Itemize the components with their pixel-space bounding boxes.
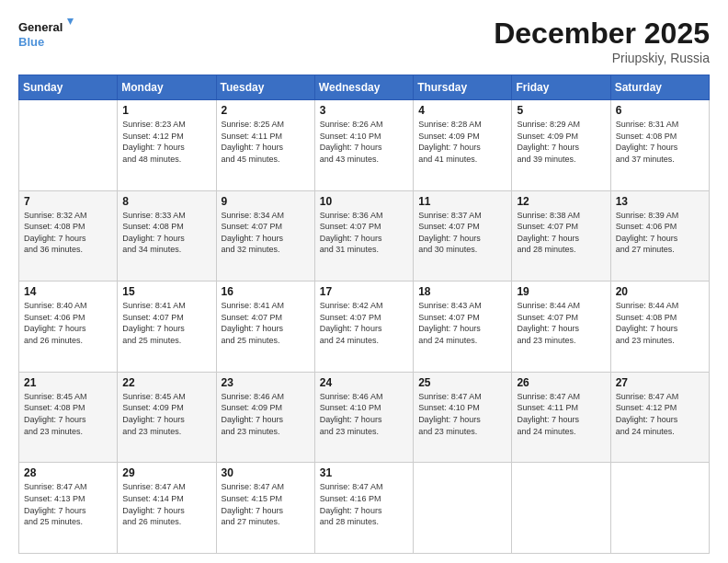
calendar-cell: 11Sunrise: 8:37 AM Sunset: 4:07 PM Dayli… [414,190,512,282]
calendar-cell: 30Sunrise: 8:47 AM Sunset: 4:15 PM Dayli… [216,463,314,554]
logo-svg: General Blue [18,17,74,52]
calendar-cell: 10Sunrise: 8:36 AM Sunset: 4:07 PM Dayli… [314,190,413,282]
cell-day-number: 30 [222,466,310,479]
cell-info: Sunrise: 8:33 AM Sunset: 4:08 PM Dayligh… [122,210,210,256]
week-row-4: 21Sunrise: 8:45 AM Sunset: 4:08 PM Dayli… [19,372,710,463]
cell-info: Sunrise: 8:47 AM Sunset: 4:11 PM Dayligh… [517,391,605,437]
calendar-cell: 2Sunrise: 8:25 AM Sunset: 4:11 PM Daylig… [216,100,314,191]
cell-day-number: 28 [24,466,112,479]
title-block: December 2025 Priupskiy, Russia [494,17,710,65]
calendar-cell: 15Sunrise: 8:41 AM Sunset: 4:07 PM Dayli… [118,282,216,373]
cell-day-number: 5 [517,104,605,117]
calendar-cell: 8Sunrise: 8:33 AM Sunset: 4:08 PM Daylig… [118,190,216,282]
cell-info: Sunrise: 8:47 AM Sunset: 4:13 PM Dayligh… [24,481,112,527]
cell-info: Sunrise: 8:25 AM Sunset: 4:11 PM Dayligh… [222,119,310,165]
col-header-friday: Friday [512,75,610,100]
calendar-cell [512,463,610,554]
week-row-5: 28Sunrise: 8:47 AM Sunset: 4:13 PM Dayli… [19,463,710,554]
cell-day-number: 2 [222,104,310,117]
calendar-cell: 26Sunrise: 8:47 AM Sunset: 4:11 PM Dayli… [512,372,610,463]
cell-day-number: 24 [320,376,408,389]
cell-info: Sunrise: 8:32 AM Sunset: 4:08 PM Dayligh… [24,210,112,256]
svg-text:Blue: Blue [18,35,44,49]
cell-info: Sunrise: 8:47 AM Sunset: 4:15 PM Dayligh… [222,481,310,527]
cell-info: Sunrise: 8:39 AM Sunset: 4:06 PM Dayligh… [616,210,704,256]
cell-day-number: 16 [222,285,310,298]
cell-day-number: 29 [122,466,210,479]
cell-info: Sunrise: 8:45 AM Sunset: 4:09 PM Dayligh… [122,391,210,437]
calendar-header-row: SundayMondayTuesdayWednesdayThursdayFrid… [19,75,710,100]
calendar-cell: 16Sunrise: 8:41 AM Sunset: 4:07 PM Dayli… [216,282,314,373]
cell-day-number: 3 [320,104,408,117]
svg-text:General: General [18,20,63,34]
cell-info: Sunrise: 8:28 AM Sunset: 4:09 PM Dayligh… [418,119,506,165]
calendar-cell [19,100,118,191]
calendar-cell: 1Sunrise: 8:23 AM Sunset: 4:12 PM Daylig… [118,100,216,191]
calendar-cell: 27Sunrise: 8:47 AM Sunset: 4:12 PM Dayli… [610,372,709,463]
cell-info: Sunrise: 8:47 AM Sunset: 4:12 PM Dayligh… [616,391,704,437]
calendar-cell: 22Sunrise: 8:45 AM Sunset: 4:09 PM Dayli… [118,372,216,463]
cell-day-number: 11 [418,195,506,208]
week-row-1: 1Sunrise: 8:23 AM Sunset: 4:12 PM Daylig… [19,100,710,191]
cell-day-number: 10 [320,195,408,208]
calendar-cell: 21Sunrise: 8:45 AM Sunset: 4:08 PM Dayli… [19,372,118,463]
cell-day-number: 7 [24,195,112,208]
col-header-saturday: Saturday [610,75,709,100]
calendar-cell: 24Sunrise: 8:46 AM Sunset: 4:10 PM Dayli… [314,372,413,463]
cell-day-number: 20 [616,285,704,298]
cell-day-number: 9 [222,195,310,208]
cell-day-number: 14 [24,285,112,298]
calendar-cell: 20Sunrise: 8:44 AM Sunset: 4:08 PM Dayli… [610,282,709,373]
cell-day-number: 15 [122,285,210,298]
cell-info: Sunrise: 8:31 AM Sunset: 4:08 PM Dayligh… [616,119,704,165]
calendar-cell: 25Sunrise: 8:47 AM Sunset: 4:10 PM Dayli… [414,372,512,463]
cell-day-number: 21 [24,376,112,389]
cell-info: Sunrise: 8:41 AM Sunset: 4:07 PM Dayligh… [122,300,210,346]
cell-day-number: 13 [616,195,704,208]
cell-info: Sunrise: 8:43 AM Sunset: 4:07 PM Dayligh… [418,300,506,346]
calendar-cell: 3Sunrise: 8:26 AM Sunset: 4:10 PM Daylig… [314,100,413,191]
cell-info: Sunrise: 8:23 AM Sunset: 4:12 PM Dayligh… [122,119,210,165]
header: General Blue December 2025 Priupskiy, Ru… [18,17,710,65]
cell-info: Sunrise: 8:46 AM Sunset: 4:09 PM Dayligh… [222,391,310,437]
cell-info: Sunrise: 8:42 AM Sunset: 4:07 PM Dayligh… [320,300,408,346]
week-row-3: 14Sunrise: 8:40 AM Sunset: 4:06 PM Dayli… [19,282,710,373]
calendar-cell: 12Sunrise: 8:38 AM Sunset: 4:07 PM Dayli… [512,190,610,282]
cell-info: Sunrise: 8:46 AM Sunset: 4:10 PM Dayligh… [320,391,408,437]
calendar-cell: 18Sunrise: 8:43 AM Sunset: 4:07 PM Dayli… [414,282,512,373]
calendar-cell: 5Sunrise: 8:29 AM Sunset: 4:09 PM Daylig… [512,100,610,191]
calendar-cell: 23Sunrise: 8:46 AM Sunset: 4:09 PM Dayli… [216,372,314,463]
cell-day-number: 1 [122,104,210,117]
col-header-wednesday: Wednesday [314,75,413,100]
location: Priupskiy, Russia [494,51,710,65]
cell-info: Sunrise: 8:29 AM Sunset: 4:09 PM Dayligh… [517,119,605,165]
calendar-cell: 14Sunrise: 8:40 AM Sunset: 4:06 PM Dayli… [19,282,118,373]
svg-marker-1 [67,18,74,25]
cell-info: Sunrise: 8:40 AM Sunset: 4:06 PM Dayligh… [24,300,112,346]
cell-day-number: 23 [222,376,310,389]
month-title: December 2025 [494,17,710,51]
cell-day-number: 19 [517,285,605,298]
cell-info: Sunrise: 8:47 AM Sunset: 4:10 PM Dayligh… [418,391,506,437]
page: General Blue December 2025 Priupskiy, Ru… [0,0,728,563]
calendar-cell: 6Sunrise: 8:31 AM Sunset: 4:08 PM Daylig… [610,100,709,191]
calendar-cell: 9Sunrise: 8:34 AM Sunset: 4:07 PM Daylig… [216,190,314,282]
logo: General Blue [18,17,74,52]
cell-day-number: 18 [418,285,506,298]
cell-info: Sunrise: 8:47 AM Sunset: 4:16 PM Dayligh… [320,481,408,527]
cell-info: Sunrise: 8:44 AM Sunset: 4:08 PM Dayligh… [616,300,704,346]
calendar-table: SundayMondayTuesdayWednesdayThursdayFrid… [18,75,710,554]
cell-info: Sunrise: 8:37 AM Sunset: 4:07 PM Dayligh… [418,210,506,256]
cell-day-number: 6 [616,104,704,117]
cell-info: Sunrise: 8:26 AM Sunset: 4:10 PM Dayligh… [320,119,408,165]
col-header-tuesday: Tuesday [216,75,314,100]
col-header-monday: Monday [118,75,216,100]
calendar-cell: 28Sunrise: 8:47 AM Sunset: 4:13 PM Dayli… [19,463,118,554]
cell-day-number: 8 [122,195,210,208]
cell-info: Sunrise: 8:34 AM Sunset: 4:07 PM Dayligh… [222,210,310,256]
cell-info: Sunrise: 8:38 AM Sunset: 4:07 PM Dayligh… [517,210,605,256]
cell-day-number: 31 [320,466,408,479]
cell-day-number: 12 [517,195,605,208]
calendar-cell [414,463,512,554]
cell-day-number: 27 [616,376,704,389]
